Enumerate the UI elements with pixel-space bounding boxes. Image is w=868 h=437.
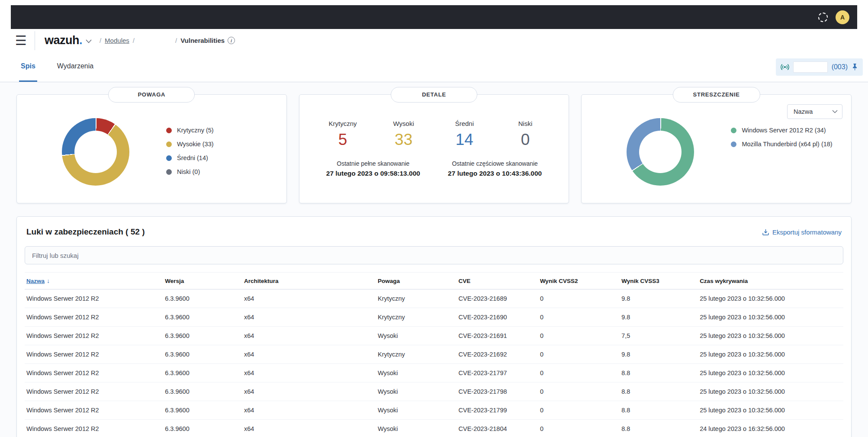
severity-stat: Średni14 — [434, 120, 495, 149]
breadcrumb-modules-link[interactable]: Modules — [105, 37, 129, 44]
table-row[interactable]: Windows Serwer 2012 R26.3.9600x64Krytycz… — [25, 308, 843, 327]
table-row[interactable]: Windows Serwer 2012 R26.3.9600x64WysokiC… — [25, 382, 843, 401]
table-row[interactable]: Windows Serwer 2012 R26.3.9600x64Krytycz… — [25, 345, 843, 364]
table-cell: 0 — [540, 332, 621, 339]
legend-dot-icon — [166, 169, 172, 175]
table-cell: 7,5 — [621, 332, 700, 339]
table-row[interactable]: Windows Serwer 2012 R26.3.9600x64WysokiC… — [25, 401, 843, 420]
legend-item[interactable]: Wysokie (33) — [166, 141, 214, 148]
menu-icon[interactable]: ☰ — [15, 34, 27, 47]
legend-item[interactable]: Niski (0) — [166, 168, 214, 175]
powaga-donut-chart[interactable] — [62, 118, 129, 186]
scan-time-label: Ostatnie pełne skanowanie — [312, 160, 434, 167]
streszczenie-donut-chart[interactable] — [627, 118, 694, 186]
legend-label: Średni (14) — [177, 154, 208, 161]
table-cell: Windows Serwer 2012 R2 — [26, 425, 165, 432]
table-cell: x64 — [244, 388, 378, 395]
legend-item[interactable]: Krytyczny (5) — [166, 127, 214, 134]
breadcrumb-separator: / — [100, 37, 101, 44]
table-cell: Wysoki — [378, 407, 459, 414]
breadcrumb-current: Vulnerabilities — [180, 37, 225, 44]
table-cell: Wysoki — [378, 332, 459, 339]
table-cell: Wysoki — [378, 388, 459, 395]
severity-stat: Wysoki33 — [373, 120, 434, 149]
table-cell: Windows Serwer 2012 R2 — [26, 295, 165, 302]
table-cell: 0 — [540, 425, 621, 432]
legend-label: Mozilla Thunderbird (x64 pl) (18) — [742, 141, 832, 148]
page: A ☰ wazuh. / Modules / / Vulnerabilities… — [0, 0, 868, 437]
column-header-cve[interactable]: CVE — [458, 278, 540, 284]
severity-stat-value: 14 — [434, 131, 495, 149]
table-cell: x64 — [244, 332, 378, 339]
table-row[interactable]: Windows Serwer 2012 R26.3.9600x64WysokiC… — [25, 420, 843, 437]
table-cell: Windows Serwer 2012 R2 — [26, 314, 165, 321]
scan-time: Ostatnie częściowe skanowanie27 lutego 2… — [434, 160, 556, 177]
chevron-down-icon[interactable] — [86, 39, 92, 43]
legend-item[interactable]: Windows Server 2012 R2 (34) — [731, 127, 832, 134]
legend-dot-icon — [166, 128, 172, 133]
table-row[interactable]: Windows Serwer 2012 R26.3.9600x64WysokiC… — [25, 327, 843, 345]
legend-item[interactable]: Średni (14) — [166, 154, 214, 161]
table-row[interactable]: Windows Serwer 2012 R26.3.9600x64Krytycz… — [25, 289, 843, 308]
table-cell: Krytyczny — [378, 314, 459, 321]
column-header-label: Architektura — [244, 278, 279, 284]
table-cell: 25 lutego 2023 o 10:32:56.000 — [700, 407, 842, 414]
column-header-label: Nazwa — [26, 278, 45, 284]
table-header-row: Nazwa↓WersjaArchitekturaPowagaCVEWynik C… — [25, 272, 843, 289]
scan-time-date: 27 lutego 2023 o 10:43:36.000 — [434, 170, 556, 177]
column-header-wynik-cvss2[interactable]: Wynik CVSS2 — [540, 278, 621, 284]
column-header-label: Powaga — [378, 278, 400, 284]
table-cell: 6.3.9600 — [165, 388, 244, 395]
agent-search-input[interactable] — [793, 61, 828, 73]
tab-wydarzenia[interactable]: Wydarzenia — [55, 52, 95, 82]
table-cell: x64 — [244, 425, 378, 432]
severity-stats: Krytyczny5Wysoki33Średni14Niski0 — [312, 120, 556, 149]
severity-stat-value: 33 — [373, 131, 434, 149]
wazuh-logo[interactable]: wazuh. — [45, 34, 82, 47]
table-title: Luki w zabezpieczeniach ( 52 ) — [26, 227, 145, 237]
table-cell: 8.8 — [621, 370, 700, 376]
breadcrumb: ☰ wazuh. / Modules / / Vulnerabilities i — [0, 29, 868, 52]
column-header-czas-wykrywania[interactable]: Czas wykrywania — [700, 278, 842, 284]
tab-spis[interactable]: Spis — [19, 52, 37, 82]
column-header-powaga[interactable]: Powaga — [378, 278, 459, 284]
table-cell: 6.3.9600 — [165, 314, 244, 321]
table-cell: 25 lutego 2023 o 10:32:56.000 — [700, 314, 842, 321]
table-cell: 9.8 — [621, 295, 700, 302]
help-icon[interactable] — [818, 13, 828, 22]
filter-search-input[interactable] — [25, 246, 843, 264]
streszczenie-legend: Windows Server 2012 R2 (34)Mozilla Thund… — [731, 127, 832, 148]
powaga-donut-wrap — [25, 118, 166, 186]
avatar[interactable]: A — [836, 10, 849, 24]
agent-id-link[interactable]: (003) — [832, 63, 848, 71]
legend-item[interactable]: Mozilla Thunderbird (x64 pl) (18) — [731, 141, 832, 148]
table-cell: 6.3.9600 — [165, 351, 244, 358]
column-header-architektura[interactable]: Architektura — [244, 278, 378, 284]
main-content: POWAGA Krytyczny (5)Wysokie (33)Średni (… — [0, 82, 868, 437]
table-row[interactable]: Windows Serwer 2012 R26.3.9600x64WysokiC… — [25, 364, 843, 382]
export-label: Eksportuj sformatowany — [772, 228, 842, 236]
column-header-nazwa[interactable]: Nazwa↓ — [26, 277, 165, 284]
table-cell: 8.8 — [621, 407, 700, 414]
pin-icon[interactable] — [852, 63, 858, 71]
summary-field-select[interactable]: Nazwa — [787, 104, 842, 119]
legend-label: Krytyczny (5) — [177, 127, 214, 134]
panel-streszczenie-title: STRESZCZENIE — [673, 87, 760, 103]
tabs: Spis Wydarzenia — [19, 52, 95, 82]
top-navbar: A — [11, 5, 857, 29]
column-header-wersja[interactable]: Wersja — [165, 278, 244, 284]
panel-streszczenie: STRESZCZENIE Nazwa Windows Server 2012 R… — [581, 94, 852, 203]
export-formatted-button[interactable]: Eksportuj sformatowany — [762, 228, 842, 236]
column-header-wynik-cvss3[interactable]: Wynik CVSS3 — [621, 278, 700, 284]
table-cell: CVE-2023-21692 — [458, 351, 540, 358]
table-cell: 6.3.9600 — [165, 295, 244, 302]
table-cell: CVE-2023-21690 — [458, 314, 540, 321]
legend-dot-icon — [731, 128, 736, 133]
info-icon[interactable]: i — [228, 37, 235, 44]
logo-text: wazuh — [45, 34, 79, 47]
severity-stat-label: Wysoki — [373, 120, 434, 127]
table-cell: 6.3.9600 — [165, 332, 244, 339]
table-cell: 25 lutego 2023 o 10:32:56.000 — [700, 332, 842, 339]
table-cell: Wysoki — [378, 370, 459, 376]
select-value: Nazwa — [794, 108, 813, 115]
